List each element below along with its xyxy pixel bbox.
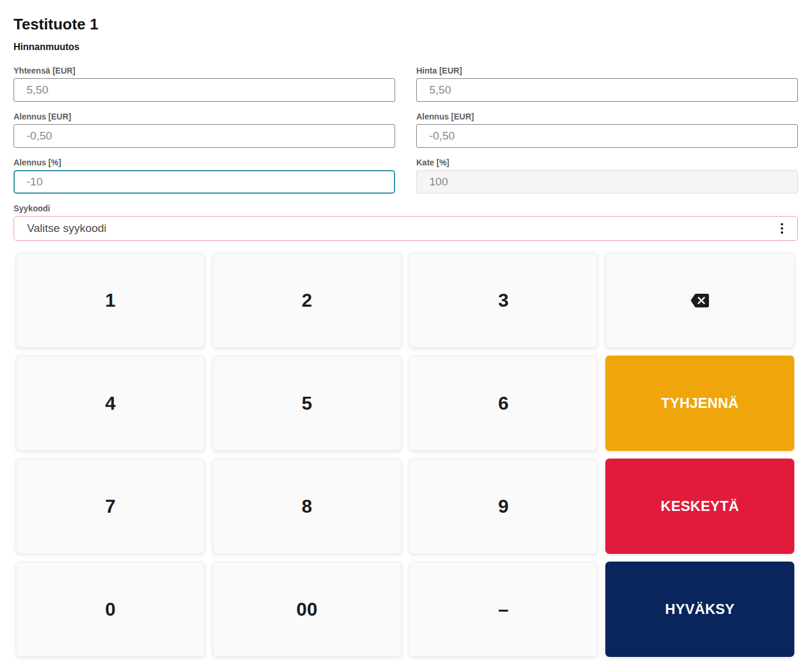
key-0[interactable]: 0	[16, 562, 205, 657]
backspace-icon	[691, 291, 709, 310]
page-subtitle: Hinnanmuutos	[14, 41, 798, 52]
numeric-keypad: 1 2 3 4 5 6 TYHJENNÄ 7 8 9 KESKEYTÄ 0 00…	[16, 253, 794, 657]
discount-percent-input[interactable]	[14, 170, 395, 194]
field-price-eur: Hinta [EUR]	[416, 66, 798, 102]
margin-percent-label: Kate [%]	[416, 158, 798, 168]
clear-button[interactable]: TYHJENNÄ	[605, 356, 794, 451]
accept-button[interactable]: HYVÄKSY	[605, 562, 794, 657]
price-form: Yhteensä [EUR] Hinta [EUR] Alennus [EUR]…	[14, 66, 798, 204]
field-discount-eur-right: Alennus [EUR]	[416, 112, 798, 148]
reason-code-placeholder: Valitse syykoodi	[27, 222, 107, 235]
discount-eur-left-input[interactable]	[14, 124, 395, 148]
discount-percent-label: Alennus [%]	[14, 158, 395, 168]
discount-eur-right-input[interactable]	[416, 124, 798, 148]
key-00[interactable]: 00	[213, 562, 402, 657]
margin-percent-input	[416, 170, 798, 194]
key-1[interactable]: 1	[16, 253, 205, 348]
cancel-button[interactable]: KESKEYTÄ	[605, 459, 794, 554]
field-discount-percent: Alennus [%]	[14, 158, 395, 194]
key-9[interactable]: 9	[409, 459, 598, 554]
field-margin-percent: Kate [%]	[416, 158, 798, 194]
field-total-eur: Yhteensä [EUR]	[14, 66, 395, 102]
key-backspace[interactable]	[605, 253, 794, 348]
page-title: Testituote 1	[14, 15, 798, 34]
reason-code-select[interactable]: Valitse syykoodi	[14, 216, 798, 241]
key-3[interactable]: 3	[409, 253, 598, 348]
reason-code-label: Syykoodi	[14, 204, 798, 214]
price-eur-label: Hinta [EUR]	[416, 66, 798, 76]
price-eur-input[interactable]	[416, 78, 798, 102]
key-7[interactable]: 7	[16, 459, 205, 554]
total-eur-label: Yhteensä [EUR]	[14, 66, 395, 76]
total-eur-input[interactable]	[14, 78, 395, 102]
price-change-panel: Testituote 1 Hinnanmuutos Yhteensä [EUR]…	[0, 0, 812, 657]
kebab-menu-icon	[780, 221, 784, 236]
key-2[interactable]: 2	[213, 253, 402, 348]
key-6[interactable]: 6	[409, 356, 598, 451]
discount-eur-right-label: Alennus [EUR]	[416, 112, 798, 122]
field-discount-eur-left: Alennus [EUR]	[14, 112, 395, 148]
key-minus[interactable]: –	[409, 562, 598, 657]
key-4[interactable]: 4	[16, 356, 205, 451]
key-8[interactable]: 8	[213, 459, 402, 554]
key-5[interactable]: 5	[213, 356, 402, 451]
field-reason-code: Syykoodi Valitse syykoodi	[14, 204, 798, 241]
discount-eur-left-label: Alennus [EUR]	[14, 112, 395, 122]
